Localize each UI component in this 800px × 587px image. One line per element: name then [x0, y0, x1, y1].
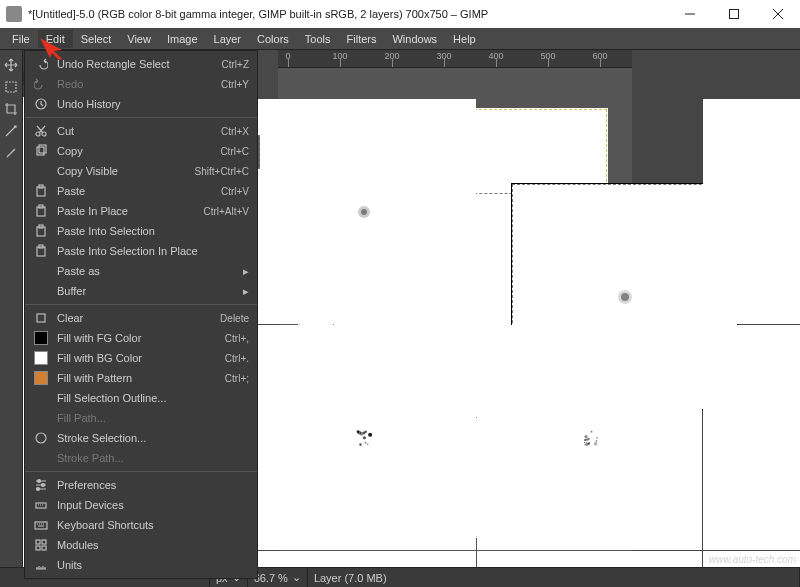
menuitem-paste-as[interactable]: Paste as▸ [25, 261, 257, 281]
brush-cell[interactable] [251, 325, 476, 550]
svg-point-30 [361, 209, 367, 215]
blank-icon [33, 350, 49, 366]
svg-rect-4 [37, 147, 44, 155]
menuitem-label: Copy Visible [57, 165, 187, 177]
menuitem-stroke-selection-[interactable]: Stroke Selection... [25, 428, 257, 448]
menuitem-paste-in-place[interactable]: Paste In PlaceCtrl+Alt+V [25, 201, 257, 221]
kbd-icon [33, 517, 49, 533]
menuitem-fill-path-: Fill Path... [25, 408, 257, 428]
menu-tools[interactable]: Tools [297, 30, 339, 48]
move-tool-button[interactable] [2, 56, 20, 74]
menu-layer[interactable]: Layer [206, 30, 250, 48]
menuitem-cut[interactable]: CutCtrl+X [25, 121, 257, 141]
status-info: Layer (7.0 MB) [308, 568, 800, 587]
blank-icon [33, 263, 49, 279]
units-icon [33, 557, 49, 573]
menu-select[interactable]: Select [73, 30, 120, 48]
svg-point-42 [368, 432, 372, 436]
rect-select-tool-button[interactable] [2, 78, 20, 96]
svg-point-17 [42, 484, 45, 487]
brush-cell[interactable] [477, 325, 702, 550]
menuitem-clear[interactable]: ClearDelete [25, 308, 257, 328]
svg-point-16 [38, 480, 41, 483]
menuitem-label: Fill with FG Color [57, 332, 217, 344]
chevron-down-icon: ⌄ [292, 571, 301, 584]
paste-icon [33, 243, 49, 259]
menuitem-paste[interactable]: PasteCtrl+V [25, 181, 257, 201]
menuitem-shortcut: Ctrl+, [225, 333, 249, 344]
zoom-value: 66.7 % [254, 572, 288, 584]
status-info-text: Layer (7.0 MB) [314, 572, 387, 584]
menuitem-keyboard-shortcuts[interactable]: Keyboard Shortcuts [25, 515, 257, 535]
svg-point-61 [595, 436, 597, 438]
menuitem-label: Paste In Place [57, 205, 195, 217]
menuitem-shortcut: Ctrl+Y [221, 79, 249, 90]
menuitem-label: Clear [57, 312, 212, 324]
menuitem-fill-with-bg-color[interactable]: Fill with BG ColorCtrl+. [25, 348, 257, 368]
svg-point-47 [366, 443, 368, 445]
menuitem-units[interactable]: Units [25, 555, 257, 575]
edit-menu-dropdown: Undo Rectangle SelectCtrl+ZRedoCtrl+YUnd… [24, 50, 258, 579]
menu-windows[interactable]: Windows [384, 30, 445, 48]
svg-point-60 [585, 443, 588, 446]
menu-image[interactable]: Image [159, 30, 206, 48]
menuitem-buffer[interactable]: Buffer▸ [25, 281, 257, 301]
svg-point-53 [586, 441, 587, 442]
crop-tool-button[interactable] [2, 100, 20, 118]
submenu-arrow-icon: ▸ [243, 285, 249, 298]
redo-icon [33, 76, 49, 92]
svg-point-55 [593, 442, 596, 445]
brush-cell[interactable] [251, 99, 476, 324]
svg-rect-0 [730, 10, 739, 19]
input-icon [33, 497, 49, 513]
menuitem-redo: RedoCtrl+Y [25, 74, 257, 94]
menuitem-label: Paste Into Selection In Place [57, 245, 249, 257]
annotation-arrow-icon [38, 36, 72, 62]
menuitem-input-devices[interactable]: Input Devices [25, 495, 257, 515]
cut-icon [33, 123, 49, 139]
menuitem-shortcut: Ctrl+. [225, 353, 249, 364]
menu-filters[interactable]: Filters [339, 30, 385, 48]
menuitem-shortcut: Ctrl+Alt+V [203, 206, 249, 217]
menu-file[interactable]: File [4, 30, 38, 48]
paste-icon [33, 203, 49, 219]
menuitem-label: Paste as [57, 265, 235, 277]
window-maximize-button[interactable] [712, 0, 756, 28]
submenu-arrow-icon: ▸ [243, 265, 249, 278]
paste-icon [33, 183, 49, 199]
horizontal-ruler: 0100200300400500600 [278, 50, 632, 68]
menuitem-label: Fill Selection Outline... [57, 392, 249, 404]
svg-point-18 [37, 488, 40, 491]
svg-rect-22 [42, 540, 46, 544]
brush-cell[interactable] [703, 325, 800, 550]
brush-cell[interactable] [703, 99, 800, 324]
svg-point-15 [36, 433, 46, 443]
menuitem-label: Fill with BG Color [57, 352, 217, 364]
menuitem-copy[interactable]: CopyCtrl+C [25, 141, 257, 161]
menuitem-fill-with-fg-color[interactable]: Fill with FG ColorCtrl+, [25, 328, 257, 348]
menu-help[interactable]: Help [445, 30, 484, 48]
window-minimize-button[interactable] [668, 0, 712, 28]
watermark: www.auto-tech.com [709, 554, 796, 565]
menu-colors[interactable]: Colors [249, 30, 297, 48]
menu-view[interactable]: View [119, 30, 159, 48]
menuitem-label: Input Devices [57, 499, 249, 511]
menuitem-paste-into-selection[interactable]: Paste Into Selection [25, 221, 257, 241]
transform-tool-button[interactable] [2, 122, 20, 140]
menuitem-undo-history[interactable]: Undo History [25, 94, 257, 114]
menuitem-label: Keyboard Shortcuts [57, 519, 249, 531]
toolbox [0, 50, 22, 567]
menuitem-stroke-path-: Stroke Path... [25, 448, 257, 468]
menuitem-modules[interactable]: Modules [25, 535, 257, 555]
menuitem-fill-selection-outline-[interactable]: Fill Selection Outline... [25, 388, 257, 408]
menuitem-preferences[interactable]: Preferences [25, 475, 257, 495]
menuitem-fill-with-pattern[interactable]: Fill with PatternCtrl+; [25, 368, 257, 388]
window-close-button[interactable] [756, 0, 800, 28]
blank-icon [33, 163, 49, 179]
menuitem-paste-into-selection-in-place[interactable]: Paste Into Selection In Place [25, 241, 257, 261]
svg-rect-24 [42, 546, 46, 550]
paint-tool-button[interactable] [2, 144, 20, 162]
menuitem-shortcut: Ctrl+Z [222, 59, 250, 70]
menuitem-copy-visible[interactable]: Copy VisibleShift+Ctrl+C [25, 161, 257, 181]
window-titlebar: *[Untitled]-5.0 (RGB color 8-bit gamma i… [0, 0, 800, 28]
